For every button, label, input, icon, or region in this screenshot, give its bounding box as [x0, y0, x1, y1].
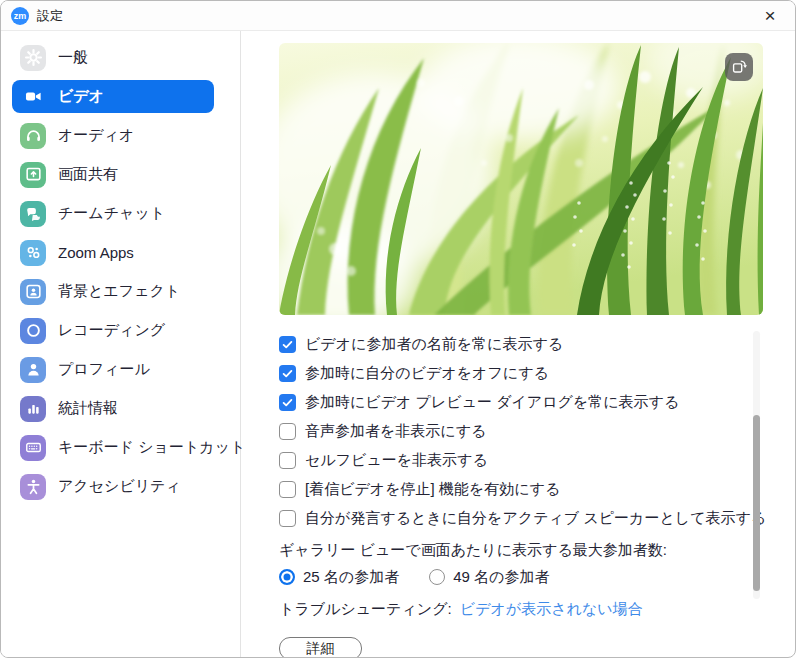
rotate-icon[interactable] [725, 53, 753, 81]
troubleshooting-label: トラブルシューティング: [279, 600, 452, 617]
video-settings-panel: ビデオに参加者の名前を常に表示する参加時に自分のビデオをオフにする参加時にビデオ… [241, 31, 795, 658]
radio-unselected[interactable] [429, 569, 445, 585]
sidebar-item-label: ビデオ [58, 87, 104, 106]
sidebar-item-general[interactable]: 一般 [12, 41, 214, 74]
checkbox-checked[interactable] [279, 365, 296, 382]
keyboard-icon [20, 435, 46, 461]
grass-preview-image [279, 43, 763, 315]
sidebar-item-label: 一般 [58, 48, 88, 67]
checkbox-unchecked[interactable] [279, 481, 296, 498]
close-button[interactable]: × [755, 3, 785, 29]
headphones-icon [20, 123, 46, 149]
radio-selected[interactable] [279, 569, 295, 585]
gear-icon [20, 45, 46, 71]
radio-25-participants[interactable]: 25 名の参加者 [279, 568, 399, 587]
sidebar-item-label: プロフィール [58, 360, 150, 379]
screen-share-icon [20, 162, 46, 188]
radio-49-participants[interactable]: 49 名の参加者 [429, 568, 549, 587]
profile-icon [20, 357, 46, 383]
checkbox-checked[interactable] [279, 336, 296, 353]
video-camera-icon [20, 84, 46, 110]
sidebar-item-team-chat[interactable]: チームチャット [12, 197, 214, 230]
checkbox-row[interactable]: [着信ビデオを停止] 機能を有効にする [279, 475, 795, 504]
sidebar-item-background-effects[interactable]: 背景とエフェクト [12, 275, 214, 308]
checkbox-unchecked[interactable] [279, 423, 296, 440]
sidebar-item-statistics[interactable]: 統計情報 [12, 392, 214, 425]
scrollbar-thumb[interactable] [753, 415, 760, 591]
chat-icon [20, 201, 46, 227]
sidebar-item-audio[interactable]: オーディオ [12, 119, 214, 152]
camera-preview [279, 43, 763, 315]
gallery-participants-radio-group: 25 名の参加者49 名の参加者 [279, 563, 795, 591]
sidebar-item-keyboard-shortcuts[interactable]: キーボード ショートカット [12, 431, 214, 464]
accessibility-icon [20, 474, 46, 500]
checkbox-label: セルフビューを非表示する [305, 451, 488, 470]
sidebar-item-label: チームチャット [58, 204, 165, 223]
checkbox-label: ビデオに参加者の名前を常に表示する [305, 335, 563, 354]
sidebar-item-screen-share[interactable]: 画面共有 [12, 158, 214, 191]
sidebar: 一般ビデオオーディオ画面共有チームチャットZoom Apps背景とエフェクトレコ… [1, 31, 241, 658]
video-not-showing-link[interactable]: ビデオが表示されない場合 [460, 600, 643, 617]
radio-label: 49 名の参加者 [453, 568, 549, 587]
checkbox-unchecked[interactable] [279, 452, 296, 469]
checkbox-label: [着信ビデオを停止] 機能を有効にする [305, 480, 560, 499]
zoom-logo-icon: zm [11, 7, 29, 25]
video-options-list: ビデオに参加者の名前を常に表示する参加時に自分のビデオをオフにする参加時にビデオ… [279, 330, 795, 533]
advanced-button[interactable]: 詳細 [279, 637, 362, 658]
sidebar-item-recording[interactable]: レコーディング [12, 314, 214, 347]
checkbox-row[interactable]: 参加時に自分のビデオをオフにする [279, 359, 795, 388]
troubleshooting-row: トラブルシューティング: ビデオが表示されない場合 [279, 597, 795, 621]
checkbox-row[interactable]: ビデオに参加者の名前を常に表示する [279, 330, 795, 359]
background-icon [20, 279, 46, 305]
stats-icon [20, 396, 46, 422]
checkbox-label: 自分が発言するときに自分をアクティブ スピーカーとして表示する [305, 509, 766, 528]
checkbox-label: 参加時に自分のビデオをオフにする [305, 364, 549, 383]
checkbox-row[interactable]: 自分が発言するときに自分をアクティブ スピーカーとして表示する [279, 504, 795, 533]
checkbox-checked[interactable] [279, 394, 296, 411]
sidebar-item-accessibility[interactable]: アクセシビリティ [12, 470, 214, 503]
sidebar-item-label: レコーディング [58, 321, 165, 340]
titlebar: zm 設定 × [1, 1, 795, 31]
radio-label: 25 名の参加者 [303, 568, 399, 587]
sidebar-item-label: 背景とエフェクト [58, 282, 180, 301]
apps-icon [20, 240, 46, 266]
checkbox-label: 音声参加者を非表示にする [305, 422, 486, 441]
checkbox-row[interactable]: セルフビューを非表示する [279, 446, 795, 475]
checkbox-unchecked[interactable] [279, 510, 296, 527]
gallery-max-participants-label: ギャラリー ビューで画面あたりに表示する最大参加者数: [279, 537, 795, 563]
checkbox-label: 参加時にビデオ プレビュー ダイアログを常に表示する [305, 393, 679, 412]
sidebar-item-label: 統計情報 [58, 399, 118, 418]
sidebar-item-label: オーディオ [58, 126, 134, 145]
record-icon [20, 318, 46, 344]
sidebar-item-profile[interactable]: プロフィール [12, 353, 214, 386]
sidebar-item-label: キーボード ショートカット [58, 438, 245, 457]
checkbox-row[interactable]: 音声参加者を非表示にする [279, 417, 795, 446]
sidebar-item-label: Zoom Apps [58, 244, 134, 261]
window-title: 設定 [37, 7, 63, 25]
settings-window: zm 設定 × 一般ビデオオーディオ画面共有チームチャットZoom Apps背景… [0, 0, 796, 658]
sidebar-item-zoom-apps[interactable]: Zoom Apps [12, 236, 214, 269]
sidebar-item-label: 画面共有 [58, 165, 118, 184]
sidebar-item-video[interactable]: ビデオ [12, 80, 214, 113]
checkbox-row[interactable]: 参加時にビデオ プレビュー ダイアログを常に表示する [279, 388, 795, 417]
scrollbar-track[interactable] [753, 331, 760, 599]
sidebar-item-label: アクセシビリティ [58, 477, 181, 496]
